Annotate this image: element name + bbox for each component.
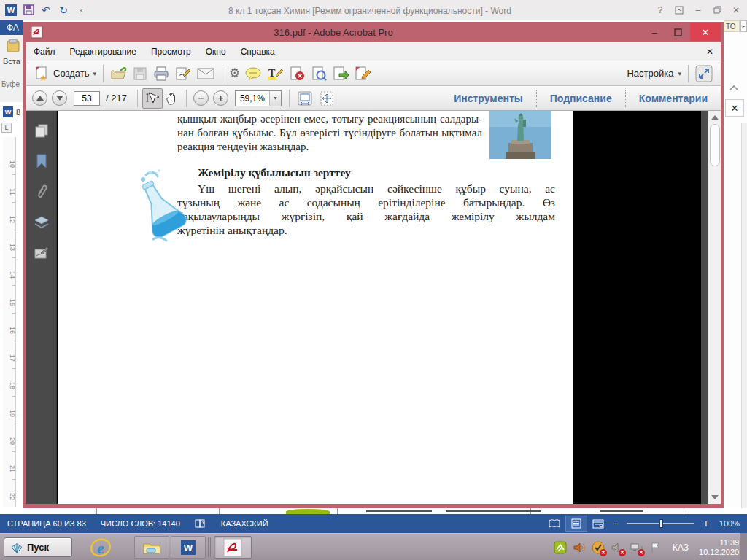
proofing-icon[interactable]: x — [187, 514, 214, 533]
attachments-paperclip-icon[interactable] — [32, 182, 51, 201]
zoom-slider[interactable] — [627, 523, 694, 524]
scrolling-mode-icon[interactable] — [294, 88, 316, 109]
sign-panel-button[interactable]: Подписание — [537, 93, 625, 104]
zoom-out-slider-button[interactable]: − — [609, 514, 621, 533]
menu-view[interactable]: Просмотр — [144, 42, 198, 61]
customize-toolbar-button[interactable]: Настройка ▾ — [624, 63, 684, 84]
volume-icon[interactable] — [572, 540, 587, 555]
acrobat-minimize-button[interactable]: – — [643, 24, 665, 40]
status-language[interactable]: КАЗАХСКИЙ — [214, 514, 276, 533]
ruler-number: 17 — [9, 354, 16, 362]
ruler-tab-selector[interactable]: L — [1, 122, 12, 133]
next-page-icon[interactable] — [50, 88, 69, 109]
email-icon[interactable] — [194, 63, 217, 84]
scrollbar-thumb[interactable] — [710, 124, 720, 166]
scroll-down-icon[interactable] — [709, 491, 721, 502]
acrobat-menu-bar: Файл Редактирование Просмотр Окно Справк… — [26, 42, 721, 61]
word-restore-button[interactable] — [708, 2, 727, 18]
redo-icon[interactable]: ↻ — [55, 2, 71, 18]
show-desktop-button[interactable] — [740, 533, 747, 560]
svg-text:x: x — [202, 520, 205, 525]
acrobat-vertical-scrollbar[interactable] — [708, 111, 721, 504]
word-close-pane-button[interactable]: ✕ — [725, 99, 744, 117]
acrobat-maximize-button[interactable] — [667, 24, 689, 40]
menu-file[interactable]: Файл — [26, 42, 63, 61]
status-zoom-percent[interactable]: 100% — [712, 514, 747, 533]
action-center-flag-icon[interactable] — [648, 540, 662, 555]
taskbar-acrobat-button[interactable] — [214, 536, 252, 559]
acrobat-sidebar — [26, 111, 57, 504]
paste-icon[interactable] — [6, 39, 22, 54]
zoom-level-select[interactable]: 59,1% ▾ — [235, 90, 282, 106]
muted-badge: ✕ — [619, 549, 626, 556]
tray-clock[interactable]: 11:39 10.12.2020 — [699, 538, 743, 557]
sign-document-icon[interactable] — [172, 63, 194, 84]
fullscreen-icon[interactable] — [693, 63, 715, 84]
read-mode-icon[interactable] — [543, 516, 565, 532]
zoom-slider-thumb[interactable] — [659, 519, 663, 528]
customize-quick-access-icon[interactable]: ⸗ — [73, 2, 89, 18]
zoom-in-slider-button[interactable]: + — [700, 514, 712, 533]
tray-app-icon[interactable] — [553, 540, 568, 555]
print-layout-icon[interactable] — [565, 516, 587, 532]
preferences-gear-icon[interactable]: ⚙ — [227, 63, 242, 84]
comments-panel-button[interactable]: Комментарии — [626, 93, 721, 104]
menu-window[interactable]: Окно — [198, 42, 233, 61]
web-layout-icon[interactable] — [587, 516, 609, 532]
antivirus-icon[interactable]: ✕ — [591, 540, 605, 555]
comment-bubble-icon[interactable] — [242, 63, 264, 84]
word-close-button[interactable]: ✕ — [727, 2, 746, 18]
scroll-up-icon[interactable] — [709, 112, 721, 122]
taskbar-ie-icon[interactable]: e — [86, 537, 115, 559]
ruler-number: 21 — [9, 465, 16, 472]
open-file-icon[interactable] — [108, 63, 130, 84]
word-doc-tab-fragment[interactable]: W 8 — [0, 102, 23, 122]
select-tool-icon[interactable] — [142, 88, 163, 109]
zoom-in-icon[interactable]: + — [211, 88, 231, 109]
delete-pages-icon[interactable] — [286, 63, 308, 84]
menu-edit[interactable]: Редактирование — [63, 42, 144, 61]
taskbar-word-button[interactable]: W — [171, 536, 206, 559]
tab-scroll-button[interactable]: ▸ — [740, 20, 747, 32]
page-number-input[interactable] — [74, 91, 100, 106]
start-button[interactable]: Пуск — [4, 537, 72, 557]
layers-icon[interactable] — [32, 213, 51, 232]
save-file-icon[interactable] — [130, 63, 150, 84]
word-file-tab-fragment[interactable]: ФА — [0, 20, 23, 35]
zoom-dropdown-arrow[interactable]: ▾ — [269, 91, 281, 106]
export-page-icon[interactable] — [330, 63, 352, 84]
taskbar-explorer-button[interactable] — [134, 536, 169, 559]
page-thumbnails-icon[interactable] — [32, 121, 51, 140]
hand-tool-icon[interactable] — [163, 88, 182, 109]
tools-panel-button[interactable]: Инструменты — [441, 93, 536, 104]
create-pdf-icon: ★ — [34, 66, 50, 82]
acrobat-close-button[interactable]: ✕ — [690, 23, 721, 41]
paste-button-label-fragment[interactable]: Вста — [3, 57, 20, 66]
signatures-icon[interactable] — [32, 244, 51, 262]
word-help-button[interactable]: ? — [651, 2, 670, 18]
zoom-out-icon[interactable]: − — [191, 88, 211, 109]
menu-help[interactable]: Справка — [233, 42, 282, 61]
fit-page-icon[interactable] — [316, 88, 338, 109]
word-right-tab-fragment[interactable]: ТО — [724, 20, 740, 32]
word-right-edge: ТО ▸ ✕ — [724, 20, 747, 508]
collapse-ribbon-icon[interactable] — [729, 80, 738, 93]
save-icon[interactable] — [20, 2, 36, 18]
word-ribbon-options-button[interactable] — [670, 2, 689, 18]
highlight-text-icon[interactable]: T — [264, 63, 286, 84]
network-icon[interactable]: ✕ — [629, 540, 643, 555]
create-button[interactable]: ★ Создать ▾ — [26, 63, 98, 84]
extract-pages-icon[interactable] — [308, 63, 330, 84]
muted-speaker-icon[interactable]: ✕ — [610, 540, 624, 555]
edit-page-icon[interactable] — [352, 63, 374, 84]
previous-page-icon[interactable] — [26, 88, 50, 109]
status-word-count[interactable]: ЧИСЛО СЛОВ: 14140 — [93, 514, 187, 533]
word-vertical-scrollbar[interactable] — [741, 122, 747, 509]
print-icon[interactable] — [150, 63, 172, 84]
status-page-count[interactable]: СТРАНИЦА 60 ИЗ 83 — [0, 514, 93, 533]
close-document-icon[interactable]: ✕ — [699, 42, 721, 61]
language-indicator[interactable]: КАЗ — [667, 542, 694, 553]
bookmarks-icon[interactable] — [32, 152, 51, 171]
word-minimize-button[interactable]: – — [689, 2, 708, 18]
undo-icon[interactable]: ↶ — [38, 2, 54, 18]
